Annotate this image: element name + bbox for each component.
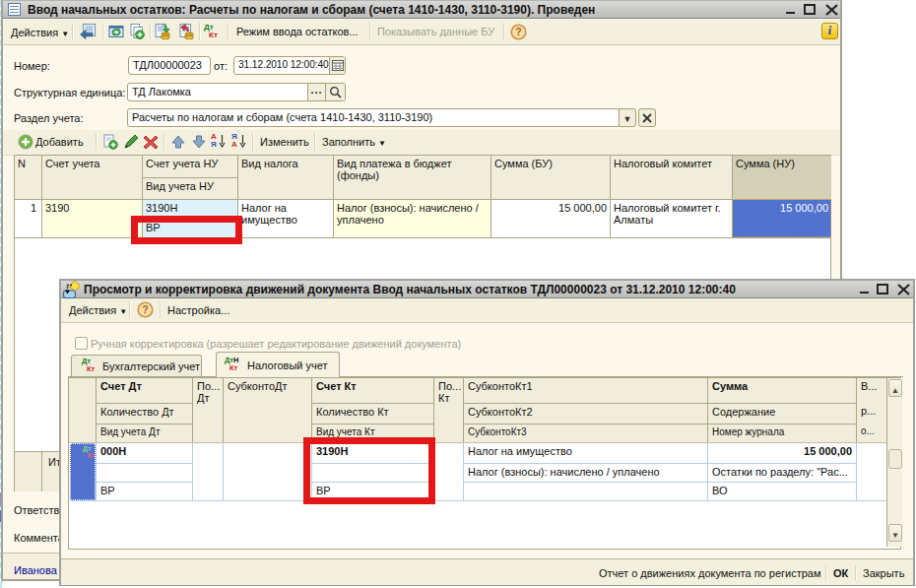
svg-text:?: ?: [142, 303, 148, 315]
svg-text:?: ?: [515, 26, 521, 37]
